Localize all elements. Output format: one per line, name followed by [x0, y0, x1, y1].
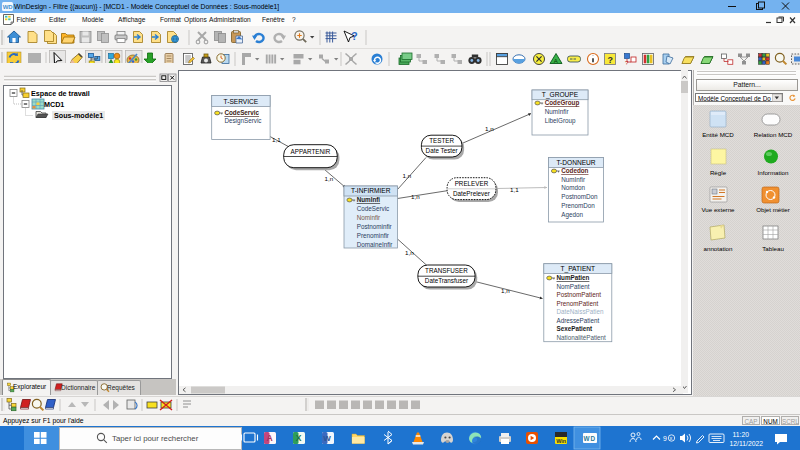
- svg-text:LibelGroup: LibelGroup: [545, 117, 576, 125]
- svg-text:9: 9: [663, 435, 667, 442]
- svg-text:PrenomDon: PrenomDon: [561, 202, 595, 209]
- svg-text:NumPatien: NumPatien: [557, 274, 590, 281]
- svg-text:APPARTENIR: APPARTENIR: [291, 148, 331, 155]
- svg-text:D: D: [590, 435, 595, 442]
- svg-text:1,1: 1,1: [510, 186, 519, 193]
- svg-text:A: A: [267, 433, 273, 443]
- svg-text:SexePatient: SexePatient: [557, 325, 594, 332]
- svg-text:T-INFIRMIER: T-INFIRMIER: [351, 187, 391, 194]
- svg-text:1,n: 1,n: [501, 287, 510, 294]
- svg-text:PostnomPatient: PostnomPatient: [557, 291, 602, 298]
- svg-text:DateNaissPatien: DateNaissPatien: [557, 308, 604, 315]
- svg-text:1,n: 1,n: [411, 193, 420, 200]
- svg-text:Postnominfir: Postnominfir: [357, 223, 392, 230]
- svg-text:T_GROUPE: T_GROUPE: [542, 91, 579, 99]
- svg-text:12/11/2022: 12/11/2022: [729, 440, 763, 447]
- svg-text:T-SERVICE: T-SERVICE: [224, 98, 259, 105]
- svg-text:CodeServic: CodeServic: [224, 109, 259, 116]
- svg-text:NumInfir: NumInfir: [561, 176, 585, 183]
- svg-text:PRELEVER: PRELEVER: [455, 180, 489, 187]
- svg-text:NumInfir: NumInfir: [545, 108, 569, 115]
- svg-text:T_PATIENT: T_PATIENT: [561, 265, 596, 273]
- svg-text:Prenominfir: Prenominfir: [357, 232, 389, 239]
- svg-text:X: X: [296, 433, 302, 443]
- svg-text:AdressePatient: AdressePatient: [557, 317, 600, 324]
- svg-text:PostnomDon: PostnomDon: [561, 193, 598, 200]
- svg-text:D: D: [8, 4, 13, 10]
- svg-text:1,n: 1,n: [403, 172, 412, 179]
- svg-text:?: ?: [351, 30, 358, 42]
- svg-text:CodeGroup: CodeGroup: [545, 99, 580, 107]
- svg-text:DomaineInfir: DomaineInfir: [357, 241, 393, 248]
- svg-text:1,n: 1,n: [485, 125, 494, 132]
- svg-text:1,n: 1,n: [405, 249, 414, 256]
- svg-text:1,n: 1,n: [325, 175, 334, 182]
- svg-text:W: W: [323, 434, 331, 443]
- svg-text:CodeServic: CodeServic: [357, 205, 390, 212]
- svg-text:NomPatient: NomPatient: [557, 283, 590, 290]
- svg-text:Nominfir: Nominfir: [357, 214, 380, 221]
- svg-text:?: ?: [608, 55, 614, 65]
- svg-text:A: A: [554, 58, 558, 64]
- svg-text:11:20: 11:20: [732, 431, 749, 438]
- svg-text:NationalitéPatient: NationalitéPatient: [557, 334, 607, 341]
- svg-text:DatePrelever: DatePrelever: [453, 190, 490, 197]
- svg-text:TESTER: TESTER: [429, 137, 454, 144]
- svg-text:x: x: [670, 435, 673, 441]
- svg-text:NumInfi: NumInfi: [357, 196, 381, 203]
- svg-text:Agedon: Agedon: [561, 211, 583, 219]
- svg-text:DesignServic: DesignServic: [224, 117, 261, 125]
- svg-text:Codedon: Codedon: [561, 167, 588, 174]
- svg-text:DateTransfuser: DateTransfuser: [425, 277, 468, 284]
- svg-text:1,1: 1,1: [272, 136, 281, 143]
- svg-text:TRANSFUSER: TRANSFUSER: [425, 267, 468, 274]
- svg-text:PrenomPatient: PrenomPatient: [557, 300, 599, 307]
- svg-text:T-DONNEUR: T-DONNEUR: [556, 159, 595, 166]
- svg-text:Date Tester: Date Tester: [426, 147, 458, 154]
- svg-text:Win: Win: [556, 438, 567, 444]
- svg-text:Nomdon: Nomdon: [561, 184, 585, 191]
